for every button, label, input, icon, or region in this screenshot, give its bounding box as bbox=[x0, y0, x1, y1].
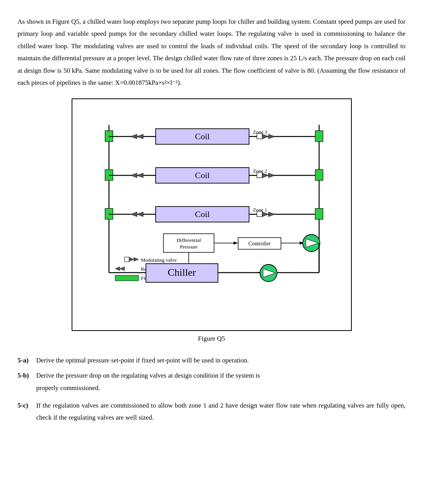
chiller-label: Chiller bbox=[167, 267, 196, 278]
svg-marker-44 bbox=[233, 242, 238, 245]
diagram-svg: Coil Zone 3 Coil Zone 2 bbox=[78, 105, 346, 323]
svg-marker-38 bbox=[137, 212, 143, 217]
diff-pressure-label: Differential bbox=[176, 237, 201, 243]
questions-section: 5-a) Derive the optimal pressure set-poi… bbox=[18, 354, 405, 424]
svg-rect-26 bbox=[257, 172, 262, 178]
svg-marker-36 bbox=[269, 212, 275, 217]
figure-box: Coil Zone 3 Coil Zone 2 bbox=[72, 98, 352, 331]
question-5b-text: Derive the pressure drop on the regulati… bbox=[36, 369, 405, 394]
svg-rect-51 bbox=[125, 257, 129, 262]
svg-marker-30 bbox=[137, 173, 143, 178]
svg-marker-20 bbox=[269, 134, 275, 139]
question-5b: 5-b) Derive the pressure drop on the reg… bbox=[18, 369, 405, 394]
svg-marker-28 bbox=[269, 173, 275, 178]
svg-rect-18 bbox=[257, 133, 262, 139]
question-5a: 5-a) Derive the optimal pressure set-poi… bbox=[18, 354, 405, 366]
svg-marker-39 bbox=[131, 212, 137, 217]
svg-marker-53 bbox=[134, 257, 139, 261]
modulating-valve-legend: Modulating valve bbox=[141, 257, 177, 263]
svg-rect-13 bbox=[315, 131, 323, 142]
coil2-label: Coil bbox=[195, 170, 210, 180]
question-5a-text: Derive the optimal pressure set-point if… bbox=[36, 354, 405, 366]
svg-rect-14 bbox=[315, 170, 323, 180]
question-5c-text: If the regulation valves are commissione… bbox=[36, 399, 405, 424]
figure-container: Coil Zone 3 Coil Zone 2 bbox=[18, 98, 405, 343]
svg-rect-15 bbox=[315, 208, 323, 219]
coil3-label: Coil bbox=[195, 131, 210, 141]
main-paragraph: As shown in Figure Q5, a chilled water l… bbox=[18, 16, 405, 89]
svg-marker-22 bbox=[137, 134, 143, 139]
figure-caption: Figure Q5 bbox=[198, 335, 225, 343]
question-5a-label: 5-a) bbox=[18, 354, 36, 366]
svg-marker-31 bbox=[131, 173, 137, 178]
coil1-label: Coil bbox=[195, 209, 210, 219]
svg-marker-54 bbox=[120, 267, 125, 271]
svg-rect-34 bbox=[257, 211, 262, 217]
question-5c: 5-c) If the regulation valves are commis… bbox=[18, 399, 405, 424]
svg-rect-56 bbox=[115, 275, 139, 281]
svg-marker-55 bbox=[115, 267, 120, 271]
controller-label: Controller bbox=[248, 241, 271, 247]
question-5c-label: 5-c) bbox=[18, 399, 36, 411]
question-5b-label: 5-b) bbox=[18, 369, 36, 382]
diff-pressure-label2: Pressure bbox=[180, 244, 198, 250]
svg-marker-23 bbox=[131, 134, 137, 139]
svg-marker-52 bbox=[129, 257, 134, 261]
